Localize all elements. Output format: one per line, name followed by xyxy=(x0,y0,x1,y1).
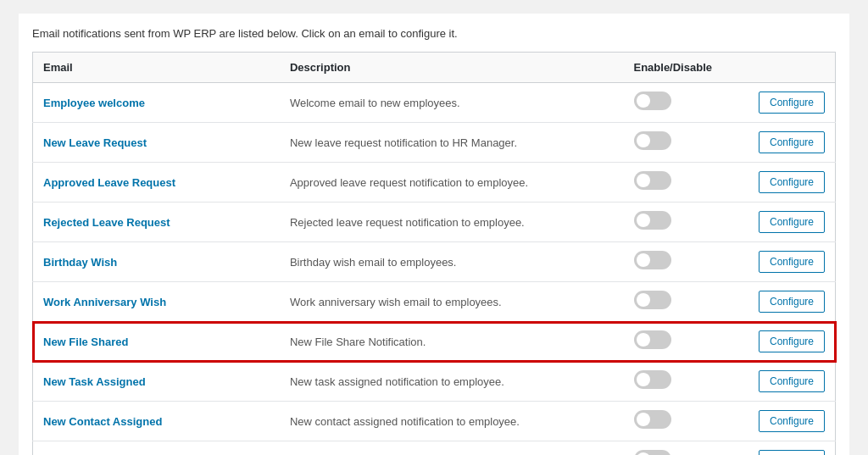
configure-cell: Configure xyxy=(743,282,836,322)
toggle-cell xyxy=(624,203,743,238)
table-row: Birthday WishBirthday wish email to empl… xyxy=(33,242,836,282)
configure-button-new-file-shared[interactable]: Configure xyxy=(759,330,825,352)
email-name-cell: New Leave Request xyxy=(33,123,280,163)
email-link-birthday-wish[interactable]: Birthday Wish xyxy=(43,256,117,269)
toggle-slider xyxy=(634,211,671,230)
email-notifications-table: Email Description Enable/Disable Employe… xyxy=(32,52,836,455)
table-row: Employee welcomeWelcome email to new emp… xyxy=(33,83,836,123)
toggle-slider xyxy=(634,291,671,309)
col-email: Email xyxy=(33,53,280,83)
toggle-approved-leave-request[interactable] xyxy=(634,171,671,190)
configure-cell: Configure xyxy=(743,83,836,123)
email-name-cell: Approved Leave Request xyxy=(33,163,280,203)
description-cell: New File Share Notification. xyxy=(280,322,624,362)
col-description: Description xyxy=(280,53,624,83)
toggle-slider xyxy=(634,370,671,389)
email-link-approved-leave-request[interactable]: Approved Leave Request xyxy=(43,176,175,189)
table-row: New Leave RequestNew leave request notif… xyxy=(33,123,836,163)
toggle-new-file-shared[interactable] xyxy=(634,330,671,349)
description-text: New leave request notification to HR Man… xyxy=(290,136,517,149)
toggle-cell xyxy=(624,163,743,198)
col-enable-disable: Enable/Disable xyxy=(624,53,743,83)
email-name-cell: Employee welcome xyxy=(33,83,280,123)
description-text: Approved leave request notification to e… xyxy=(290,176,528,189)
configure-button-birthday-wish[interactable]: Configure xyxy=(759,251,825,273)
email-name-cell: Birthday Greetings To Contacts xyxy=(33,441,280,456)
description-cell: New contact assigned notification to emp… xyxy=(280,402,624,441)
description-text: Rejected leave request notification to e… xyxy=(290,216,525,229)
email-link-work-anniversary-wish[interactable]: Work Anniversary Wish xyxy=(43,296,166,308)
description-text: Welcome email to new employees. xyxy=(290,97,460,109)
description-text: Birthday wish email to employees. xyxy=(290,256,457,269)
configure-button-employee-welcome[interactable]: Configure xyxy=(759,92,825,114)
configure-button-approved-leave-request[interactable]: Configure xyxy=(759,171,825,193)
description-cell: Birthday greetings email to contacts. xyxy=(280,441,624,456)
col-configure xyxy=(743,53,836,83)
toggle-slider xyxy=(634,330,671,349)
description-cell: Rejected leave request notification to e… xyxy=(280,203,624,242)
toggle-slider xyxy=(634,251,671,269)
table-row: Rejected Leave RequestRejected leave req… xyxy=(33,203,836,242)
toggle-cell xyxy=(624,83,743,119)
toggle-new-leave-request[interactable] xyxy=(634,131,671,150)
configure-cell: Configure xyxy=(743,362,836,402)
toggle-slider xyxy=(634,410,671,429)
table-row: New File SharedNew File Share Notificati… xyxy=(33,322,836,362)
description-text: Work anniversary wish email to employees… xyxy=(290,296,502,308)
configure-cell: Configure xyxy=(743,123,836,163)
configure-button-rejected-leave-request[interactable]: Configure xyxy=(759,211,825,233)
email-link-new-task-assigned[interactable]: New Task Assigned xyxy=(43,375,146,388)
toggle-new-task-assigned[interactable] xyxy=(634,370,671,389)
configure-button-new-task-assigned[interactable]: Configure xyxy=(759,370,825,392)
toggle-cell xyxy=(624,441,743,455)
description-cell: Welcome email to new employees. xyxy=(280,83,624,123)
toggle-birthday-wish[interactable] xyxy=(634,251,671,269)
email-name-cell: Work Anniversary Wish xyxy=(33,282,280,322)
email-name-cell: New File Shared xyxy=(33,322,280,362)
description-text: New task assigned notification to employ… xyxy=(290,375,504,388)
configure-button-work-anniversary-wish[interactable]: Configure xyxy=(759,291,825,313)
toggle-birthday-greetings-to-contacts[interactable] xyxy=(634,450,671,455)
description-cell: New task assigned notification to employ… xyxy=(280,362,624,402)
configure-cell: Configure xyxy=(743,402,836,441)
intro-text: Email notifications sent from WP ERP are… xyxy=(32,27,836,40)
description-text: New contact assigned notification to emp… xyxy=(290,415,520,428)
description-cell: New leave request notification to HR Man… xyxy=(280,123,624,163)
email-link-new-contact-assigned[interactable]: New Contact Assigned xyxy=(43,415,162,428)
toggle-slider xyxy=(634,171,671,190)
email-name-cell: Birthday Wish xyxy=(33,242,280,282)
email-name-cell: Rejected Leave Request xyxy=(33,203,280,242)
email-link-new-leave-request[interactable]: New Leave Request xyxy=(43,136,147,149)
toggle-cell xyxy=(624,282,743,318)
toggle-cell xyxy=(624,402,743,437)
configure-cell: Configure xyxy=(743,242,836,282)
table-header-row: Email Description Enable/Disable xyxy=(33,53,836,83)
configure-cell: Configure xyxy=(743,203,836,242)
toggle-cell xyxy=(624,322,743,358)
toggle-rejected-leave-request[interactable] xyxy=(634,211,671,230)
toggle-slider xyxy=(634,450,671,455)
toggle-cell xyxy=(624,242,743,278)
toggle-cell xyxy=(624,123,743,158)
email-name-cell: New Contact Assigned xyxy=(33,402,280,441)
table-row: Birthday Greetings To ContactsBirthday g… xyxy=(33,441,836,456)
configure-cell: Configure xyxy=(743,163,836,203)
email-link-employee-welcome[interactable]: Employee welcome xyxy=(43,97,145,109)
description-cell: Approved leave request notification to e… xyxy=(280,163,624,203)
toggle-new-contact-assigned[interactable] xyxy=(634,410,671,429)
table-row: New Task AssignedNew task assigned notif… xyxy=(33,362,836,402)
description-cell: Birthday wish email to employees. xyxy=(280,242,624,282)
toggle-work-anniversary-wish[interactable] xyxy=(634,291,671,309)
configure-cell: Configure xyxy=(743,441,836,456)
configure-button-new-leave-request[interactable]: Configure xyxy=(759,131,825,153)
page-wrapper: Email notifications sent from WP ERP are… xyxy=(19,14,849,455)
email-link-new-file-shared[interactable]: New File Shared xyxy=(43,336,128,348)
email-link-rejected-leave-request[interactable]: Rejected Leave Request xyxy=(43,216,170,229)
configure-button-birthday-greetings-to-contacts[interactable]: Configure xyxy=(759,450,825,455)
description-text: New File Share Notification. xyxy=(290,336,426,348)
table-body: Employee welcomeWelcome email to new emp… xyxy=(33,83,836,456)
configure-button-new-contact-assigned[interactable]: Configure xyxy=(759,410,825,432)
table-row: New Contact AssignedNew contact assigned… xyxy=(33,402,836,441)
toggle-employee-welcome[interactable] xyxy=(634,92,671,110)
toggle-slider xyxy=(634,131,671,150)
